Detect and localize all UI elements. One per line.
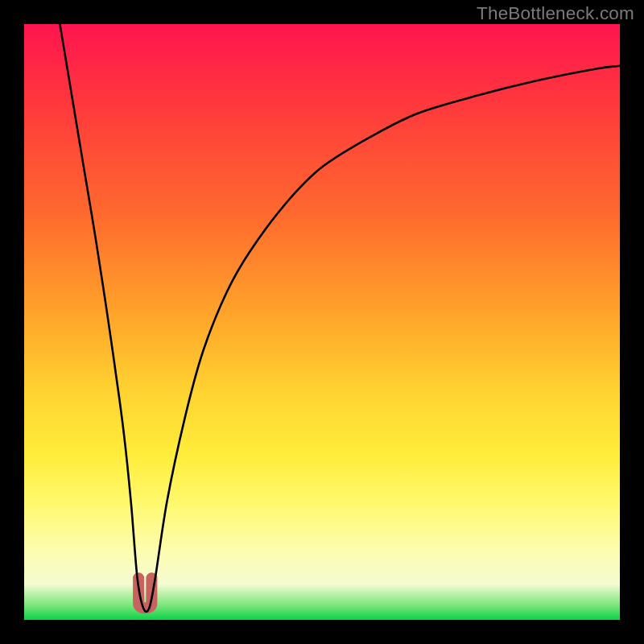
watermark-text: TheBottleneck.com (477, 3, 634, 24)
bottleneck-curve (60, 24, 620, 612)
plot-area (24, 24, 620, 620)
chart-svg (24, 24, 620, 620)
chart-frame: TheBottleneck.com (0, 0, 644, 644)
